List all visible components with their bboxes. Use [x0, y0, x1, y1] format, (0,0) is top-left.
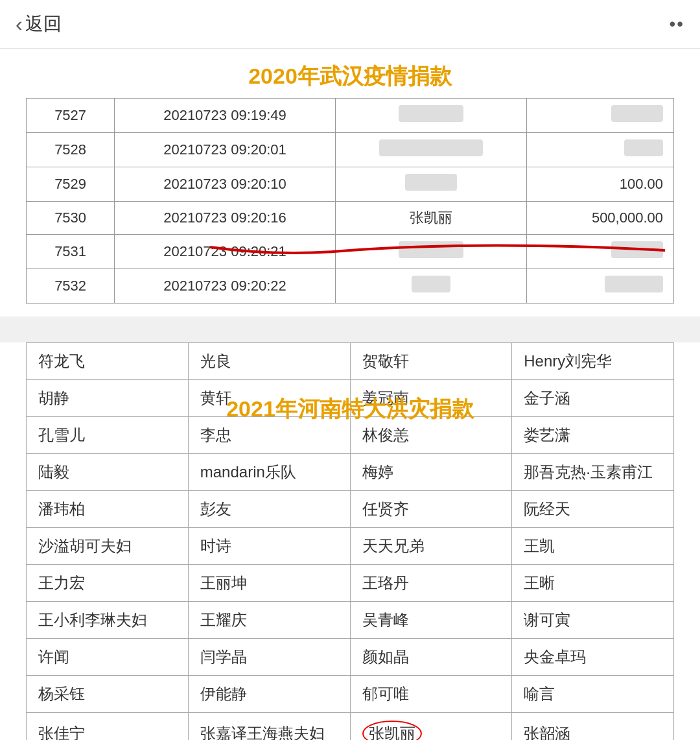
- table-row: 王力宏 王丽坤 王珞丹 王晰: [27, 565, 674, 602]
- cell: 沙溢胡可夫妇: [27, 528, 189, 565]
- cell: 那吾克热·玉素甫江: [512, 454, 674, 491]
- row-amount: [526, 99, 673, 133]
- circled-name: 张凯丽: [362, 721, 422, 740]
- cell: 郁可唯: [350, 676, 512, 713]
- section-spacer: [0, 316, 700, 342]
- row-amount: 100.00: [526, 167, 673, 202]
- row-amount: 500,000.00: [526, 202, 673, 235]
- main-content: 2020年武汉疫情捐款 7527 20210723 09:19:49 7528 …: [0, 49, 700, 316]
- row-name: [335, 235, 526, 269]
- donation-table-2021: 符龙飞 光良 贺敬轩 Henry刘宪华 胡静 黄轩 姜冠南 金子涵 孔雪儿 李忠…: [26, 342, 674, 740]
- row-name-zhangkaili: 张凯丽: [335, 202, 526, 235]
- row-amount: [526, 235, 673, 269]
- blurred-name: [399, 241, 463, 258]
- table-row: 陆毅 mandarin乐队 梅婷 那吾克热·玉素甫江: [27, 454, 674, 491]
- cell: 王力宏: [27, 565, 189, 602]
- cell: 梅婷: [350, 454, 512, 491]
- back-arrow-icon: ‹: [16, 12, 23, 36]
- cell: 李忠: [188, 417, 350, 454]
- table-row: 杨采钰 伊能静 郁可唯 喻言: [27, 676, 674, 713]
- cell-zhangkaili-circled: 张凯丽: [350, 713, 512, 741]
- row-time: 20210723 09:20:10: [115, 167, 336, 202]
- cell: 央金卓玛: [512, 639, 674, 676]
- blurred-amount: [605, 276, 663, 292]
- blurred-name: [412, 276, 450, 292]
- table-row: 7527 20210723 09:19:49: [27, 99, 674, 133]
- cell: 阮经天: [512, 491, 674, 528]
- row-id: 7529: [27, 167, 115, 202]
- row-time: 20210723 09:20:16: [115, 202, 336, 235]
- row-time: 20210723 09:19:49: [115, 99, 336, 133]
- cell: 天天兄弟: [350, 528, 512, 565]
- more-options-icon[interactable]: ••: [669, 14, 684, 34]
- cell: 孔雪儿: [27, 417, 189, 454]
- row-time: 20210723 09:20:22: [115, 269, 336, 304]
- row-id: 7528: [27, 133, 115, 167]
- cell: 吴青峰: [350, 602, 512, 639]
- cell: 陆毅: [27, 454, 189, 491]
- blurred-amount: [611, 241, 663, 258]
- table-row: 沙溢胡可夫妇 时诗 天天兄弟 王凯: [27, 528, 674, 565]
- cell: mandarin乐队: [188, 454, 350, 491]
- header: ‹ 返回 ••: [0, 0, 700, 49]
- table-row: 符龙飞 光良 贺敬轩 Henry刘宪华: [27, 343, 674, 380]
- bottom-section: 2021年河南特大洪灾捐款 符龙飞 光良 贺敬轩 Henry刘宪华 胡静 黄轩 …: [0, 342, 700, 740]
- cell: 许闻: [27, 639, 189, 676]
- table-row: 许闻 闫学晶 颜如晶 央金卓玛: [27, 639, 674, 676]
- row-name: [335, 99, 526, 133]
- cell: 闫学晶: [188, 639, 350, 676]
- bottom-table-wrapper: 2021年河南特大洪灾捐款 符龙飞 光良 贺敬轩 Henry刘宪华 胡静 黄轩 …: [0, 342, 700, 740]
- table-row-highlighted: 7530 20210723 09:20:16 张凯丽 500,000.00: [27, 202, 674, 235]
- blurred-amount: [624, 139, 663, 156]
- cell: 杨采钰: [27, 676, 189, 713]
- row-name: [335, 133, 526, 167]
- table-row: 7528 20210723 09:20:01: [27, 133, 674, 167]
- cell: 时诗: [188, 528, 350, 565]
- row-time: 20210723 09:20:21: [115, 235, 336, 269]
- row-id: 7527: [27, 99, 115, 133]
- donation-table-2020: 7527 20210723 09:19:49 7528 20210723 09:…: [26, 98, 674, 304]
- back-label: 返回: [25, 12, 62, 36]
- cell: Henry刘宪华: [512, 343, 674, 380]
- back-button[interactable]: ‹ 返回: [16, 12, 62, 36]
- cell: 符龙飞: [27, 343, 189, 380]
- table-row: 孔雪儿 李忠 林俊恙 娄艺潇: [27, 417, 674, 454]
- row-amount: [526, 133, 673, 167]
- blurred-amount: [611, 105, 663, 122]
- row-time: 20210723 09:20:01: [115, 133, 336, 167]
- cell: 娄艺潇: [512, 417, 674, 454]
- row-name: [335, 269, 526, 304]
- row-name: [335, 167, 526, 202]
- cell: 王珞丹: [350, 565, 512, 602]
- cell: 谢可寅: [512, 602, 674, 639]
- cell: 黄轩: [188, 380, 350, 417]
- cell: 喻言: [512, 676, 674, 713]
- table-row: 7531 20210723 09:20:21: [27, 235, 674, 269]
- cell: 伊能静: [188, 676, 350, 713]
- cell: 潘玮柏: [27, 491, 189, 528]
- top-table-wrapper: 7527 20210723 09:19:49 7528 20210723 09:…: [0, 98, 700, 316]
- table-row: 7529 20210723 09:20:10 100.00: [27, 167, 674, 202]
- cell: 张嘉译王海燕夫妇: [188, 713, 350, 741]
- cell: 张佳宁: [27, 713, 189, 741]
- cell: 王耀庆: [188, 602, 350, 639]
- cell: 林俊恙: [350, 417, 512, 454]
- blurred-name: [405, 174, 457, 191]
- cell: 王晰: [512, 565, 674, 602]
- table-row: 潘玮柏 彭友 任贤齐 阮经天: [27, 491, 674, 528]
- row-id: 7532: [27, 269, 115, 304]
- cell: 王丽坤: [188, 565, 350, 602]
- table-row: 胡静 黄轩 姜冠南 金子涵: [27, 380, 674, 417]
- cell: 颜如晶: [350, 639, 512, 676]
- table-row: 张佳宁 张嘉译王海燕夫妇 张凯丽 张韶涵: [27, 713, 674, 741]
- blurred-name: [379, 139, 483, 156]
- cell: 王凯: [512, 528, 674, 565]
- cell: 光良: [188, 343, 350, 380]
- cell: 胡静: [27, 380, 189, 417]
- cell: 张韶涵: [512, 713, 674, 741]
- cell: 金子涵: [512, 380, 674, 417]
- blurred-name: [399, 105, 463, 122]
- table-row: 7532 20210723 09:20:22: [27, 269, 674, 304]
- row-id: 7530: [27, 202, 115, 235]
- cell: 彭友: [188, 491, 350, 528]
